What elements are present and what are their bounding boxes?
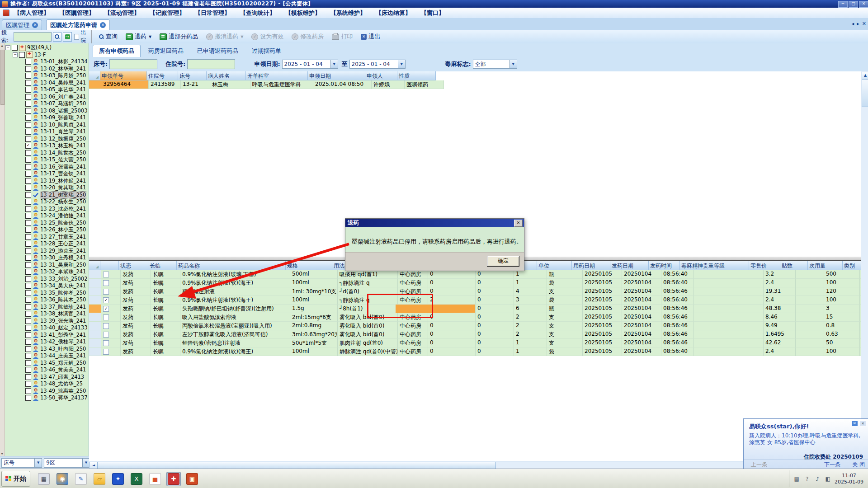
toolbar-button-查询[interactable]: 查询 [96,31,121,42]
drug-table-row[interactable]: 发药长嘱0.9%氯化钠注射液(玻璃.丁基)500ml吸痰用 qd(首1)中心药房… [89,270,868,279]
column-header-开单科室[interactable]: 开单科室 [246,71,308,80]
row-checkbox[interactable] [103,272,109,277]
tree-checkbox[interactable] [25,395,31,401]
tree-checkbox[interactable] [25,297,31,303]
tab-scroll-right-icon[interactable]: ▸ [857,21,859,27]
tree-checkbox[interactable] [25,164,31,170]
column-header-零售价[interactable]: 零售价 [749,261,780,270]
notification-next-link[interactable]: 下一条 [824,461,840,469]
tree-checkbox[interactable] [25,87,31,93]
tree-checkbox[interactable] [25,311,31,317]
table-row[interactable]: 32956464241358913-21林玉梅呼吸与危重症医学科2025.01.… [89,80,868,89]
taskbar-icon-notepad[interactable]: ✎ [74,472,88,486]
column-header-申领人[interactable]: 申领人 [365,71,397,80]
column-header-状态[interactable]: 状态 [119,261,148,270]
drug-table-row[interactable]: 发药长嘱吸入用盐酸氨溴索溶液2ml:15mg*6支雾化吸入 bid(首0)中心药… [89,313,868,322]
tree-patient-item-13-15[interactable]: 13-15_范大营_250 [5,156,89,164]
tree-checkbox[interactable] [25,157,31,163]
chevron-down-icon[interactable]: ▼ [149,35,151,39]
row-checkbox[interactable] [103,289,109,295]
taskbar-icon-compass[interactable]: ✦ [111,472,125,486]
tree-patient-item-13-40[interactable]: 13-40_赵定_24133 [5,324,89,332]
tree-checkbox[interactable] [25,332,31,338]
tree-patient-item-13-38[interactable]: 13-38_林滨官_241 [5,310,89,318]
row-checkbox[interactable] [103,280,109,286]
notification-prev-link[interactable]: 上一条 [751,461,767,469]
column-header-发药时间[interactable]: 发药时间 [649,261,680,270]
tab-scroll-left-icon[interactable]: ◂ [852,21,854,27]
tree-checkbox[interactable] [25,136,31,142]
tree-checkbox[interactable] [25,213,31,219]
tree-patient-item-13-17[interactable]: 13-17_曹金钗_241 [5,170,89,178]
tree-checkbox[interactable] [25,290,31,296]
mail-icon[interactable]: ✉ [852,421,858,426]
column-header-毒麻精神贵重等级[interactable]: 毒麻精神贵重等级 [680,261,749,270]
tree-patient-item-13-02[interactable]: 13-02_林华琳_241 [5,66,89,73]
tree-patient-item-13-25[interactable]: 13-25_陈金伙_250 [5,220,89,227]
tree-patient-item-13-44[interactable]: 13-44_庄美玉_241 [5,352,89,360]
tree-patient-item-13-13[interactable]: ✓13-13_林玉梅_241 [5,142,89,150]
tree-checkbox[interactable] [25,59,31,65]
tree-patient-item-13-16[interactable]: 13-16_张雪英_241 [5,164,89,171]
search-input[interactable] [14,32,52,42]
tree-checkbox[interactable] [25,66,31,72]
tree-patient-item-13-42[interactable]: 13-42_侯桂琴_241 [5,338,89,346]
row-checkbox[interactable]: ✓ [103,297,109,303]
tree-patient-item-13-35[interactable]: 13-35_陈仰孝_250 [5,290,89,297]
tree-patient-item-13-29[interactable]: 13-29_游克玉_241 [5,248,89,255]
tree-patient-item-13-45[interactable]: 13-45_郑元解_250 [5,360,89,367]
bed-filter-input[interactable] [109,59,157,69]
start-button[interactable]: 开始 [1,471,30,487]
notification-close-link[interactable]: 关 闭 [852,461,865,469]
tree-checkbox[interactable] [25,248,31,254]
tab-close-icon[interactable]: ✕ [32,22,38,28]
vscroll-thumb[interactable] [862,79,868,107]
drug-table-row[interactable]: ✓发药长嘱头孢哌酮钠/舒巴坦钠(舒普深)(注射用)1.5g┘8h(首1)中心药房… [89,305,868,313]
printer-tray-icon[interactable]: ▤ [793,475,800,483]
tree-checkbox[interactable] [25,304,31,310]
tree-checkbox[interactable] [25,108,31,114]
tree-checkbox[interactable] [25,227,31,233]
tree-checkbox[interactable] [25,318,31,324]
taskbar-icon-image-viewer[interactable]: ▣ [185,472,199,486]
taskbar-icon-browser[interactable]: ◉ [55,472,70,486]
column-header-用药日期[interactable]: 用药日期 [572,261,610,270]
locate-button[interactable]: ↪ [63,32,72,42]
menu-item[interactable]: 【系统维护】 [330,9,366,17]
date-to-combo[interactable]: 2025 - 01 - 04▼ [349,60,406,69]
narcotic-flag-combo[interactable]: 全部▼ [473,60,517,69]
admission-filter-input[interactable] [187,59,235,69]
menu-item[interactable]: 【医嘱管理】 [59,9,94,17]
taskbar-icon-excel[interactable]: X [129,472,144,486]
tree-checkbox[interactable] [25,150,31,156]
menu-item[interactable]: 【流动管理】 [104,9,140,17]
tree-checkbox[interactable] [25,94,31,100]
column-header-长临[interactable]: 长临 [148,261,177,270]
column-header-性质[interactable]: 性质 [397,71,436,80]
tree-patient-item-13-11[interactable]: 13-11_肖兰琴_241 [5,128,89,136]
tree-checkbox[interactable] [25,374,31,380]
tree-checkbox[interactable] [25,346,31,352]
tree-patient-item-13-08[interactable]: 13-08_诸振_25003 [5,108,89,115]
date-from-combo[interactable]: 2025 - 01 - 04▼ [282,60,338,69]
toolbar-button-退药[interactable]: 退药▼ [123,31,155,42]
menu-item[interactable]: 【床边结算】 [376,9,411,17]
minimize-button[interactable]: ─ [838,1,848,8]
close-icon[interactable]: ✕ [860,421,866,426]
tree-patient-item-13-34[interactable]: 13-34_吴大庆_241 [5,282,89,290]
column-header-申领日期[interactable]: 申领日期 [308,71,365,80]
tree-patient-item-13-32[interactable]: 13-32_李紫珠_241 [5,268,89,276]
row-checkbox[interactable] [103,314,109,320]
tree-patient-item-13-22[interactable]: 13-22_杨永生_250 [5,198,89,206]
tree-patient-item-13-06[interactable]: 13-06_刘广春_241 [5,94,89,101]
tree-patient-item-13-27[interactable]: 13-27_甘章玉_241 [5,234,89,241]
column-header-住院号[interactable]: 住院号 [147,71,178,80]
tree-checkbox[interactable] [25,185,31,191]
column-header-床号[interactable]: 床号 [178,71,207,80]
tree-checkbox[interactable] [25,220,31,226]
drug-table-row[interactable]: ✓发药长嘱0.9%氯化钠注射液(软)(海王)100ml┐静脉滴注 q中心药房20… [89,296,868,305]
dialog-close-button[interactable]: ✕ [514,220,523,227]
row-checkbox[interactable] [103,332,109,338]
network-tray-icon[interactable]: ◧ [824,475,831,483]
sub-tab-过期摆药单[interactable]: 过期摆药单 [246,45,287,57]
